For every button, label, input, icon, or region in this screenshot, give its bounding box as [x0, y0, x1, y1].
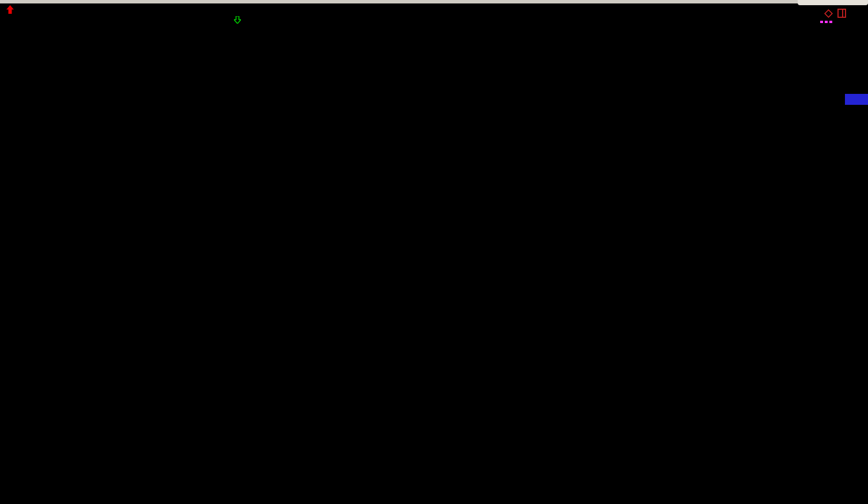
toolbar-icons [823, 8, 846, 18]
stock-chart-app [0, 0, 868, 504]
window-split-icon[interactable] [837, 8, 846, 18]
main-chart-header [1, 5, 29, 14]
price-badge [845, 94, 868, 105]
diamond-tool-icon[interactable] [823, 8, 833, 18]
chart-canvas[interactable] [0, 0, 868, 504]
peak-annotation [233, 16, 242, 24]
more-options-icon[interactable] [820, 21, 832, 23]
up-arrow-icon [6, 5, 14, 14]
down-arrow-icon [234, 16, 241, 24]
